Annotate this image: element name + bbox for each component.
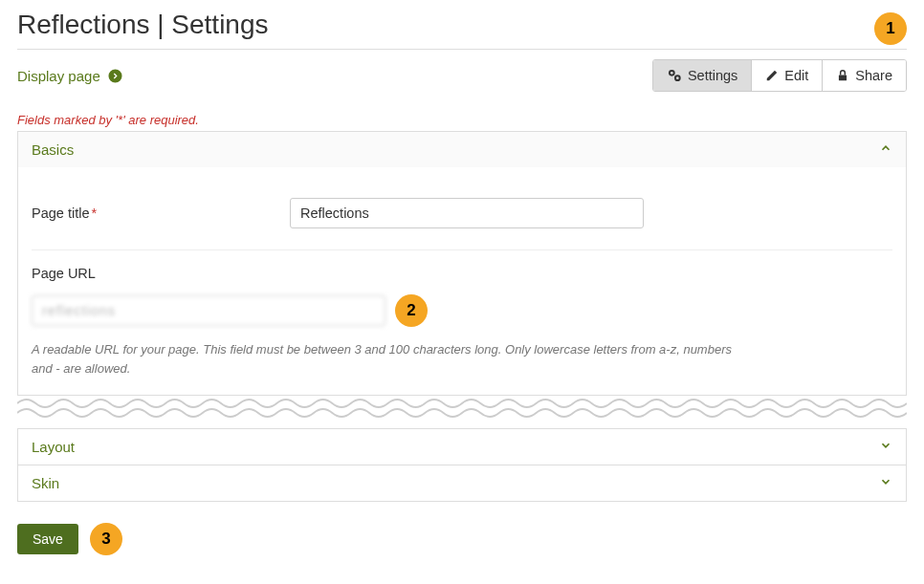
panel-basics-header[interactable]: Basics xyxy=(18,132,906,167)
tabs: Settings Edit Share xyxy=(652,59,907,92)
callout-3: 3 xyxy=(90,523,122,555)
page-title-label: Page title* xyxy=(32,205,280,221)
svg-point-2 xyxy=(671,72,673,75)
page-url-help: A readable URL for your page. This field… xyxy=(32,340,739,378)
gears-icon xyxy=(667,68,682,83)
pencil-icon xyxy=(765,69,779,82)
panel-basics: Basics Page title* Page URL 2 A readable… xyxy=(17,131,907,396)
wave-cut-decoration xyxy=(17,394,907,422)
panel-skin: Skin xyxy=(17,465,907,502)
display-page-label: Display page xyxy=(17,68,100,84)
svg-rect-5 xyxy=(839,75,847,80)
tab-settings[interactable]: Settings xyxy=(653,60,752,91)
panel-layout-header[interactable]: Layout xyxy=(18,429,906,465)
page-url-input[interactable] xyxy=(32,295,385,326)
page-url-label: Page URL xyxy=(32,266,892,281)
required-note: Fields marked by '*' are required. xyxy=(17,113,907,127)
chevron-down-icon xyxy=(879,475,892,491)
save-button[interactable]: Save xyxy=(17,524,78,554)
tab-edit-label: Edit xyxy=(784,68,808,83)
tab-settings-label: Settings xyxy=(688,68,737,83)
chevron-up-icon xyxy=(879,141,892,158)
callout-2: 2 xyxy=(395,294,428,327)
required-star: * xyxy=(91,205,97,221)
lock-icon xyxy=(836,69,849,82)
callout-1: 1 xyxy=(874,12,907,45)
panel-basics-title: Basics xyxy=(32,141,74,158)
display-page-link[interactable]: Display page xyxy=(17,68,122,84)
panel-layout-title: Layout xyxy=(32,439,75,455)
svg-point-4 xyxy=(676,76,679,79)
page-title-input[interactable] xyxy=(290,198,644,228)
panel-layout: Layout xyxy=(17,428,907,465)
tab-share-label: Share xyxy=(855,68,892,83)
panel-skin-title: Skin xyxy=(32,475,59,491)
chevron-down-icon xyxy=(879,439,892,455)
svg-point-0 xyxy=(109,70,121,82)
panel-skin-header[interactable]: Skin xyxy=(18,465,906,501)
tab-share[interactable]: Share xyxy=(823,60,906,91)
arrow-right-circle-icon xyxy=(108,69,122,83)
tab-edit[interactable]: Edit xyxy=(752,60,823,91)
page-title: Reflections | Settings xyxy=(17,10,269,40)
